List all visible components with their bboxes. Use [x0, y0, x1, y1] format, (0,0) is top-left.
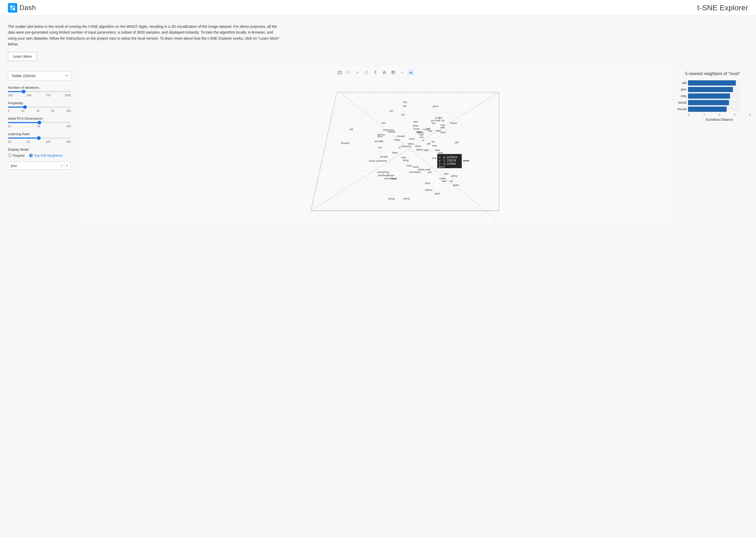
- dataset-dropdown[interactable]: Twitter (GloVe) Wikipedia (GloVe) Common…: [8, 71, 71, 80]
- svg-text:know: know: [413, 127, 420, 130]
- svg-text:still: still: [427, 142, 430, 145]
- iterations-thumb[interactable]: [22, 90, 25, 94]
- nn-bar-row: only: [675, 94, 751, 99]
- image-toolbar-icon[interactable]: [390, 69, 397, 76]
- svg-text:z: 9.319006: z: 9.319006: [439, 162, 456, 165]
- svg-text:people: people: [380, 155, 388, 158]
- svg-text:one: one: [432, 156, 437, 159]
- scatter-svg-wrapper: .word-label { font-size: 10px; fill: #33…: [79, 79, 672, 224]
- nn-bar-fill: [688, 100, 729, 105]
- scatter-plot-container: .word-label { font-size: 10px; fill: #33…: [79, 66, 672, 224]
- display-mode-section: Display Mode: Regular Top-100 Neighbors: [8, 147, 71, 157]
- svg-text:not: not: [401, 113, 405, 116]
- svg-text:take: take: [442, 179, 447, 182]
- svg-text:can: can: [389, 109, 394, 112]
- learning-rate-fill: [8, 138, 39, 139]
- logo-container: Dash: [8, 3, 36, 13]
- nn-x-tick: 3: [734, 113, 735, 116]
- search-input-container[interactable]: you × ▾: [8, 162, 71, 170]
- nn-bar-track: [688, 100, 740, 105]
- perplexity-fill: [8, 106, 25, 107]
- learning-rate-slider-section: Learning Rate: 10 50 100 200: [8, 132, 71, 143]
- app-header: Dash t-SNE Explorer: [0, 0, 756, 16]
- nn-chart: willalsoonlywouldshould01234Euclidean Di…: [675, 80, 751, 122]
- svg-text:actually: actually: [375, 139, 383, 142]
- svg-text:anything: anything: [378, 174, 388, 177]
- search-chevron-icon[interactable]: ▾: [66, 164, 68, 168]
- nn-x-tick: 4: [749, 113, 751, 116]
- svg-text:or: or: [399, 146, 401, 149]
- description-text: The scatter plot below is the result of …: [8, 23, 281, 47]
- nn-x-tick: 2: [718, 113, 720, 116]
- nn-bar-fill: [688, 94, 730, 99]
- nn-x-axis: 01234: [688, 113, 751, 116]
- home-toolbar-icon[interactable]: [381, 69, 388, 76]
- nn-bar-track: [688, 80, 740, 86]
- svg-text:wall: wall: [436, 119, 440, 122]
- svg-text:why: why: [413, 120, 418, 123]
- nn-bar-track: [688, 94, 740, 99]
- svg-text:before: before: [425, 188, 433, 191]
- svg-text:then: then: [425, 181, 430, 184]
- learning-rate-thumb[interactable]: [37, 136, 41, 140]
- svg-text:there: there: [415, 145, 421, 147]
- svg-text:thought: thought: [341, 141, 349, 144]
- learning-rate-label: Learning Rate:: [8, 132, 71, 136]
- svg-text:remember: remember: [409, 170, 421, 173]
- svg-text:y: 5.258538: y: 5.258538: [439, 159, 456, 162]
- iterations-track[interactable]: [8, 91, 71, 92]
- pca-track[interactable]: [8, 122, 71, 123]
- learn-more-button[interactable]: Learn More: [8, 52, 37, 61]
- svg-text:his: his: [432, 140, 435, 143]
- chart-bar-toolbar-icon[interactable]: [407, 69, 415, 76]
- iterations-fill: [8, 91, 23, 92]
- radio-top100[interactable]: Top-100 Neighbors: [29, 153, 63, 157]
- svg-text:let: let: [450, 179, 453, 182]
- svg-text:too: too: [432, 121, 436, 124]
- svg-text:what: what: [412, 124, 418, 127]
- svg-text:give: give: [444, 172, 449, 175]
- radio-regular[interactable]: Regular: [8, 153, 25, 157]
- perplexity-marks: 3 10 30 50 100: [8, 109, 71, 112]
- search-dropdown: you × ▾: [8, 162, 71, 170]
- svg-text:would: would: [388, 130, 395, 133]
- svg-text:right: right: [424, 148, 429, 151]
- svg-text:guys: guys: [435, 192, 440, 195]
- nn-bar-row: would: [675, 100, 751, 105]
- perplexity-thumb[interactable]: [23, 105, 27, 109]
- svg-line-22: [339, 92, 497, 220]
- svg-text:tell: tell: [403, 104, 406, 107]
- svg-text:someone: someone: [376, 159, 387, 162]
- refresh-toolbar-icon[interactable]: [363, 69, 370, 76]
- svg-text:will: will: [455, 141, 459, 144]
- zoom-toolbar-icon[interactable]: [345, 69, 352, 76]
- radio-top100-label: Top-100 Neighbors: [34, 153, 63, 157]
- svg-text:my: my: [441, 119, 444, 122]
- svg-text:it: it: [423, 139, 424, 142]
- perplexity-track[interactable]: [8, 106, 71, 107]
- search-divider: [64, 164, 64, 168]
- camera-toolbar-icon[interactable]: [336, 69, 343, 76]
- svg-text:are: are: [378, 146, 382, 149]
- nn-bar-fill: [688, 80, 736, 86]
- learning-rate-track[interactable]: [8, 138, 71, 139]
- svg-text:much: much: [423, 128, 429, 131]
- svg-rect-2: [10, 8, 12, 10]
- pca-thumb[interactable]: [38, 121, 41, 124]
- plus-toolbar-icon[interactable]: [354, 69, 361, 76]
- svg-text:say: say: [403, 101, 407, 103]
- pca-marks: 25 50 100: [8, 125, 71, 128]
- nn-bar-row: will: [675, 80, 751, 86]
- radio-top100-circle: [29, 153, 33, 157]
- svg-text:have: have: [409, 137, 415, 140]
- left-panel: Twitter (GloVe) Wikipedia (GloVe) Common…: [0, 66, 79, 224]
- download-toolbar-icon[interactable]: [372, 69, 379, 76]
- perplexity-label: Perplexity:: [8, 101, 71, 105]
- learning-rate-marks: 10 50 100 200: [8, 140, 71, 143]
- search-clear-icon[interactable]: ×: [61, 164, 63, 168]
- logo-text: Dash: [20, 4, 36, 12]
- main-layout: Twitter (GloVe) Wikipedia (GloVe) Common…: [0, 66, 756, 224]
- scatter-plot-svg[interactable]: .word-label { font-size: 10px; fill: #33…: [79, 79, 672, 224]
- svg-text:yes: yes: [428, 170, 432, 173]
- minus-toolbar-icon[interactable]: [399, 69, 406, 76]
